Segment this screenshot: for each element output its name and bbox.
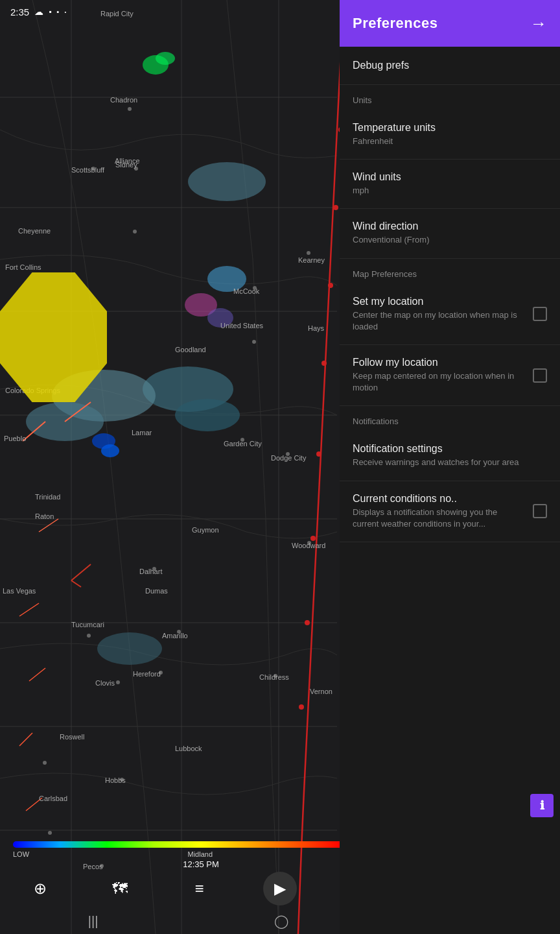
svg-point-15 <box>316 451 321 457</box>
svg-line-36 <box>71 564 91 581</box>
layers-icon: ≡ <box>195 880 204 898</box>
current-conditions-checkbox[interactable] <box>533 504 547 518</box>
current-conditions-title: Current conditions no.. <box>353 493 525 505</box>
current-conditions-text: Current conditions no.. Displays a notif… <box>353 493 525 530</box>
battery-icon: ▪ <box>49 7 51 16</box>
city-label: Woodward <box>292 542 325 549</box>
city-label: Las Vegas <box>3 587 36 595</box>
svg-point-28 <box>97 632 162 665</box>
location-button[interactable]: ⊕ <box>24 872 56 905</box>
follow-location-item[interactable]: Follow my location Keep map centered on … <box>340 345 560 406</box>
recent-apps-icon[interactable]: ||| <box>88 914 99 929</box>
svg-line-32 <box>19 603 39 616</box>
notification-settings-item[interactable]: Notification settings Receive warnings a… <box>340 431 560 481</box>
wind-direction-title: Wind direction <box>353 221 547 232</box>
svg-line-34 <box>19 733 32 746</box>
city-label: Fort Collins <box>5 263 41 271</box>
follow-location-text: Follow my location Keep map centered on … <box>353 357 525 394</box>
city-label: McCook <box>233 287 259 295</box>
svg-line-33 <box>29 668 45 681</box>
city-label: Sidney <box>115 161 137 169</box>
debug-prefs-title: Debug prefs <box>353 60 409 71</box>
city-label: Roswell <box>60 733 85 741</box>
wind-units-title: Wind units <box>353 171 547 183</box>
city-label: Hobbs <box>105 776 126 784</box>
city-label: Dumas <box>145 587 168 595</box>
svg-point-52 <box>87 634 91 638</box>
location-icon: ⊕ <box>34 880 47 898</box>
city-label: Pueblo <box>4 435 26 442</box>
home-icon[interactable]: ◯ <box>274 913 288 929</box>
temperature-units-subtitle: Fahrenheit <box>353 136 547 147</box>
preferences-header[interactable]: Preferences → <box>340 0 560 47</box>
preferences-panel: Preferences → Debug prefs Units Temperat… <box>340 0 560 934</box>
info-button[interactable]: ℹ <box>530 794 554 817</box>
follow-location-checkbox[interactable] <box>533 368 547 383</box>
section-header-map: Map Preferences <box>340 259 560 284</box>
city-label: Chadron <box>110 96 137 104</box>
set-location-checkbox[interactable] <box>533 307 547 321</box>
svg-point-56 <box>48 831 52 835</box>
color-bar-container: LOW Midland HIGH 12:35 PM <box>13 841 389 869</box>
preferences-title: Preferences <box>353 15 438 32</box>
current-conditions-item[interactable]: Current conditions no.. Displays a notif… <box>340 481 560 542</box>
svg-line-37 <box>71 581 81 587</box>
temperature-units-text: Temperature units Fahrenheit <box>353 122 547 147</box>
temperature-units-item[interactable]: Temperature units Fahrenheit <box>340 110 560 160</box>
city-label: Tucumcari <box>71 621 104 629</box>
wind-direction-item[interactable]: Wind direction Conventional (From) <box>340 209 560 258</box>
city-label: Vernon <box>310 688 332 695</box>
notification-settings-title: Notification settings <box>353 443 547 455</box>
storm-polygon <box>0 272 107 402</box>
debug-prefs-item[interactable]: Debug prefs <box>340 47 560 85</box>
set-location-subtitle: Center the map on my location when map i… <box>353 309 525 333</box>
svg-point-14 <box>321 361 327 366</box>
city-label: United States <box>220 322 263 329</box>
city-label: Lamar <box>132 429 152 437</box>
svg-point-23 <box>188 162 266 201</box>
city-label: Dalhart <box>139 568 162 575</box>
svg-point-17 <box>305 620 310 625</box>
set-location-text: Set my location Center the map on my loc… <box>353 296 525 333</box>
svg-point-25 <box>175 399 240 431</box>
svg-point-43 <box>252 340 256 344</box>
map-icon: 🗺 <box>112 880 128 898</box>
city-label: Scottsbluff <box>71 166 104 174</box>
wind-units-item[interactable]: Wind units mph <box>340 160 560 209</box>
svg-point-61 <box>101 444 119 457</box>
follow-location-subtitle: Keep map centered on my location when in… <box>353 370 525 394</box>
color-bar-low-label: LOW <box>13 850 29 858</box>
city-label: Hereford <box>133 670 161 678</box>
svg-point-41 <box>133 230 137 234</box>
notification-settings-text: Notification settings Receive warnings a… <box>353 443 547 468</box>
info-icon: ℹ <box>540 798 544 813</box>
svg-point-18 <box>299 704 304 710</box>
city-label: Clovis <box>95 679 115 687</box>
city-label: Lubbock <box>175 745 202 752</box>
play-button[interactable]: ▶ <box>263 872 297 905</box>
layers-button[interactable]: ≡ <box>183 872 216 905</box>
city-label: Hays <box>308 324 324 332</box>
map-button[interactable]: 🗺 <box>104 872 136 905</box>
svg-point-54 <box>43 761 47 765</box>
notification-settings-subtitle: Receive warnings and watches for your ar… <box>353 457 547 468</box>
wind-units-subtitle: mph <box>353 185 547 197</box>
city-label: Amarillo <box>162 632 188 640</box>
follow-location-title: Follow my location <box>353 357 525 368</box>
set-location-title: Set my location <box>353 296 525 307</box>
city-label: Carlsbad <box>39 795 67 802</box>
svg-point-38 <box>128 107 132 111</box>
svg-point-53 <box>116 680 120 684</box>
svg-point-59 <box>156 52 175 65</box>
wind-direction-subtitle: Conventional (From) <box>353 234 547 246</box>
city-label: Childress <box>259 673 289 681</box>
dot-icon: • <box>64 9 66 15</box>
city-label: Raton <box>35 512 54 520</box>
preferences-arrow-icon: → <box>530 14 547 34</box>
svg-point-16 <box>310 536 316 541</box>
time-display: 2:35 <box>10 6 29 18</box>
city-label: Kearney <box>298 256 325 264</box>
city-label: Goodland <box>175 346 206 353</box>
city-label: Guymon <box>192 526 219 534</box>
set-location-item[interactable]: Set my location Center the map on my loc… <box>340 284 560 345</box>
